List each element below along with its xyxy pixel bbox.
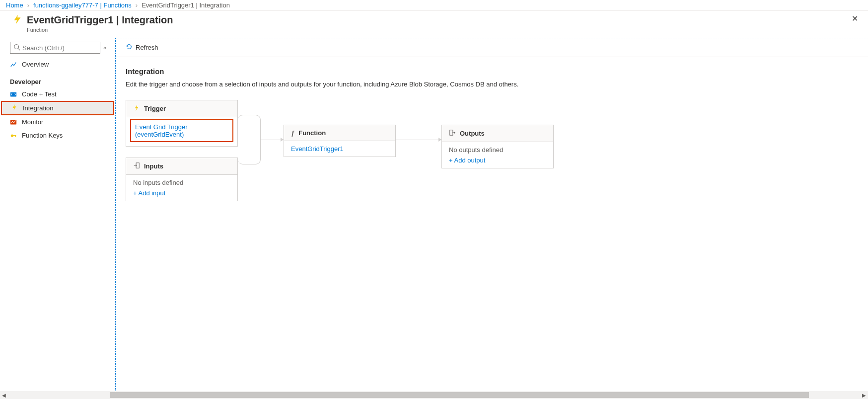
page-title-bar: EventGridTrigger1 | Integration Function… [0, 11, 868, 38]
outputs-card: Outputs No outputs defined + Add output [441, 125, 554, 168]
function-card-title: Function [298, 129, 326, 137]
main-panel: Refresh Integration Edit the trigger and… [115, 38, 868, 399]
bolt-icon [133, 104, 140, 113]
outputs-card-title: Outputs [460, 130, 485, 137]
breadcrumb-home[interactable]: Home [6, 1, 23, 9]
integration-diagram: Trigger Event Grid Trigger (eventGridEve… [126, 100, 858, 219]
svg-point-0 [14, 44, 19, 49]
overview-icon [10, 61, 17, 68]
refresh-label: Refresh [136, 44, 158, 51]
connector-function-to-outputs [396, 140, 441, 140]
sidebar: « Overview Developer Code + Test Integra… [0, 38, 115, 399]
content-description: Edit the trigger and choose from a selec… [126, 80, 858, 88]
function-card-header: ƒ Function [284, 125, 395, 141]
function-link[interactable]: EventGridTrigger1 [291, 145, 388, 153]
sidebar-item-label: Monitor [22, 118, 43, 126]
search-input[interactable] [10, 42, 100, 54]
function-card: ƒ Function EventGridTrigger1 [284, 125, 396, 157]
inputs-card-header: Inputs [126, 158, 237, 175]
breadcrumb-current: EventGridTrigger1 | Integration [142, 1, 230, 9]
sidebar-section-developer: Developer [0, 71, 115, 87]
sidebar-item-label: Overview [22, 61, 49, 68]
code-icon [10, 91, 17, 98]
sidebar-item-label: Integration [23, 104, 53, 112]
scroll-thumb[interactable] [110, 392, 809, 398]
trigger-card: Trigger Event Grid Trigger (eventGridEve… [126, 100, 238, 147]
refresh-icon [126, 43, 133, 52]
connector-arrowhead-function [281, 138, 284, 142]
breadcrumb-parent[interactable]: functions-ggailey777-7 | Functions [33, 1, 132, 9]
sidebar-item-overview[interactable]: Overview [0, 58, 115, 71]
bolt-icon [11, 104, 18, 112]
trigger-card-header: Trigger [126, 100, 237, 117]
monitor-icon [10, 119, 17, 126]
scroll-left-icon[interactable]: ◀ [0, 393, 8, 398]
output-arrow-icon [449, 129, 456, 138]
add-output-link[interactable]: + Add output [449, 157, 546, 164]
inputs-card: Inputs No inputs defined + Add input [126, 158, 238, 201]
trigger-link[interactable]: Event Grid Trigger (eventGridEvent) [135, 123, 228, 138]
refresh-button[interactable]: Refresh [126, 43, 158, 52]
svg-rect-8 [450, 130, 453, 136]
connector-left-merge [238, 115, 261, 164]
connector-arrowhead-outputs [438, 138, 441, 142]
sidebar-item-function-keys[interactable]: Function Keys [0, 129, 115, 142]
sidebar-item-monitor[interactable]: Monitor [0, 115, 115, 129]
close-icon[interactable]: ✕ [852, 14, 858, 23]
function-fx-icon: ƒ [291, 129, 294, 137]
svg-line-1 [18, 48, 20, 50]
breadcrumb: Home › functions-ggailey777-7 | Function… [0, 0, 868, 11]
search-icon [13, 44, 20, 52]
svg-rect-6 [15, 135, 16, 137]
inputs-empty-text: No inputs defined [133, 179, 230, 186]
sidebar-item-label: Function Keys [22, 132, 63, 139]
horizontal-scrollbar[interactable]: ◀ ▶ [0, 391, 868, 399]
sidebar-item-label: Code + Test [22, 90, 57, 98]
input-arrow-icon [133, 162, 140, 170]
toolbar: Refresh [116, 38, 868, 57]
outputs-empty-text: No outputs defined [449, 146, 546, 154]
key-icon [10, 132, 17, 139]
page-title: EventGridTrigger1 | Integration [27, 14, 173, 26]
search-field[interactable] [22, 44, 97, 52]
inputs-card-title: Inputs [144, 162, 163, 170]
content-heading: Integration [126, 67, 858, 76]
outputs-card-header: Outputs [442, 125, 553, 142]
sidebar-item-code-test[interactable]: Code + Test [0, 87, 115, 101]
add-input-link[interactable]: + Add input [133, 189, 230, 197]
collapse-sidebar-icon[interactable]: « [103, 45, 106, 51]
scroll-right-icon[interactable]: ▶ [860, 393, 868, 398]
chevron-right-icon: › [27, 1, 29, 9]
chevron-right-icon: › [136, 1, 138, 9]
trigger-card-title: Trigger [144, 105, 166, 112]
sidebar-item-integration[interactable]: Integration [1, 101, 114, 115]
page-subtitle: Function [27, 27, 173, 33]
scroll-track[interactable] [8, 392, 860, 398]
function-bolt-icon [12, 14, 23, 25]
trigger-link-highlight: Event Grid Trigger (eventGridEvent) [130, 119, 233, 142]
